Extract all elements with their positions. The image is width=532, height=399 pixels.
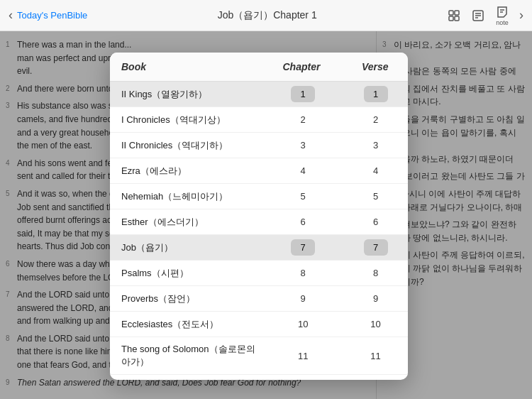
picker-chapter-value[interactable]: 11 bbox=[262, 348, 343, 364]
picker-book-name: Psalms（시편） bbox=[110, 261, 262, 285]
picker-chapter-value[interactable]: 12 bbox=[262, 379, 343, 380]
picker-book-name: Isaiah（이사야서） bbox=[110, 376, 262, 381]
picker-verse-value[interactable]: 8 bbox=[343, 265, 408, 281]
picker-chapter-value[interactable]: 3 bbox=[262, 137, 343, 153]
picker-book-row[interactable]: The song of Solomon（솔로몬의 아가）1111 bbox=[110, 337, 408, 375]
picker-book-row[interactable]: II Chronicles（역대기하）33 bbox=[110, 133, 408, 158]
picker-book-row[interactable]: Nehemiah（느헤미아기）55 bbox=[110, 184, 408, 209]
picker-book-row[interactable]: Ecclesiastes（전도서）1010 bbox=[110, 312, 408, 337]
edit-icon bbox=[471, 9, 485, 23]
picker-verse-value[interactable]: 5 bbox=[343, 188, 408, 204]
main-content: 1 There was a man in the land...man was … bbox=[0, 31, 532, 399]
picker-book-row[interactable]: Job（욥기）77 bbox=[110, 235, 408, 261]
picker-book-row[interactable]: Proverbs（잠언）99 bbox=[110, 286, 408, 312]
svg-rect-2 bbox=[449, 16, 453, 21]
picker-book-row[interactable]: Ezra（에스라）44 bbox=[110, 158, 408, 184]
grid-icon-button[interactable] bbox=[447, 9, 461, 23]
picker-book-name: The song of Solomon（솔로몬의 아가） bbox=[110, 337, 262, 374]
picker-book-row[interactable]: II Kings（열왕기하）11 bbox=[110, 82, 408, 107]
svg-rect-3 bbox=[455, 16, 459, 21]
picker-book-name: Proverbs（잠언） bbox=[110, 287, 262, 311]
top-bar-left: ‹ Today's PenBible bbox=[9, 8, 87, 23]
grid-icon bbox=[447, 9, 461, 23]
chapter-column-header: Chapter bbox=[260, 53, 342, 81]
picker-verse-value[interactable]: 12 bbox=[343, 379, 408, 380]
picker-verse-value[interactable]: 2 bbox=[343, 111, 408, 128]
picker-chapter-value[interactable]: 2 bbox=[262, 111, 343, 128]
picker-verse-value[interactable]: 1 bbox=[343, 86, 408, 102]
picker-verse-value[interactable]: 7 bbox=[343, 239, 408, 256]
picker-book-name: Ecclesiastes（전도서） bbox=[110, 312, 262, 337]
picker-verse-value[interactable]: 11 bbox=[343, 348, 408, 364]
picker-book-name: I Chronicles（역대기상） bbox=[110, 108, 262, 132]
back-label[interactable]: Today's PenBible bbox=[17, 10, 87, 21]
picker-chapter-value[interactable]: 5 bbox=[262, 188, 343, 204]
picker-book-name: Nehemiah（느헤미아기） bbox=[110, 185, 262, 209]
picker-book-name: II Chronicles（역대기하） bbox=[110, 133, 262, 158]
picker-book-row[interactable]: Isaiah（이사야서）1212 bbox=[110, 375, 408, 380]
picker-book-row[interactable]: I Chronicles（역대기상）22 bbox=[110, 107, 408, 133]
picker-verse-value[interactable]: 10 bbox=[343, 316, 408, 332]
picker-chapter-value[interactable]: 6 bbox=[262, 214, 343, 230]
picker-verse-value[interactable]: 4 bbox=[343, 163, 408, 179]
forward-arrow[interactable]: › bbox=[519, 8, 523, 23]
verse-column-header: Verse bbox=[343, 53, 408, 81]
picker-body[interactable]: II Kings（열왕기하）11I Chronicles（역대기상）22II C… bbox=[110, 82, 408, 380]
picker-book-row[interactable]: Esther（에스더기）66 bbox=[110, 209, 408, 235]
picker-chapter-value[interactable]: 1 bbox=[262, 86, 343, 102]
book-column-header: Book bbox=[110, 53, 260, 81]
picker-book-name: Ezra（에스라） bbox=[110, 159, 262, 183]
picker-book-name: Job（욥기） bbox=[110, 236, 262, 260]
svg-rect-0 bbox=[449, 11, 453, 15]
picker-verse-value[interactable]: 3 bbox=[343, 137, 408, 153]
picker-verse-value[interactable]: 9 bbox=[343, 290, 408, 307]
picker-chapter-value[interactable]: 8 bbox=[262, 265, 343, 281]
picker-verse-value[interactable]: 6 bbox=[343, 214, 408, 230]
note-label: note bbox=[496, 19, 509, 26]
picker-modal: Book Chapter Verse II Kings（열왕기하）11I Chr… bbox=[110, 53, 408, 380]
picker-header: Book Chapter Verse bbox=[110, 53, 408, 82]
edit-icon-button[interactable] bbox=[471, 9, 485, 23]
picker-chapter-value[interactable]: 7 bbox=[262, 239, 343, 256]
svg-rect-1 bbox=[455, 11, 459, 15]
center-title: Job（욥기）Chapter 1 bbox=[218, 9, 317, 22]
picker-book-row[interactable]: Psalms（시편）88 bbox=[110, 261, 408, 286]
top-bar: ‹ Today's PenBible Job（욥기）Chapter 1 bbox=[0, 0, 532, 31]
note-icon-button[interactable]: note bbox=[495, 4, 509, 26]
picker-chapter-value[interactable]: 4 bbox=[262, 163, 343, 179]
note-icon bbox=[495, 4, 509, 18]
back-arrow[interactable]: ‹ bbox=[9, 8, 13, 23]
picker-book-name: Esther（에스더기） bbox=[110, 210, 262, 234]
picker-book-name: II Kings（열왕기하） bbox=[110, 82, 262, 106]
picker-chapter-value[interactable]: 10 bbox=[262, 316, 343, 332]
picker-chapter-value[interactable]: 9 bbox=[262, 290, 343, 307]
top-bar-right: note › bbox=[447, 4, 523, 26]
